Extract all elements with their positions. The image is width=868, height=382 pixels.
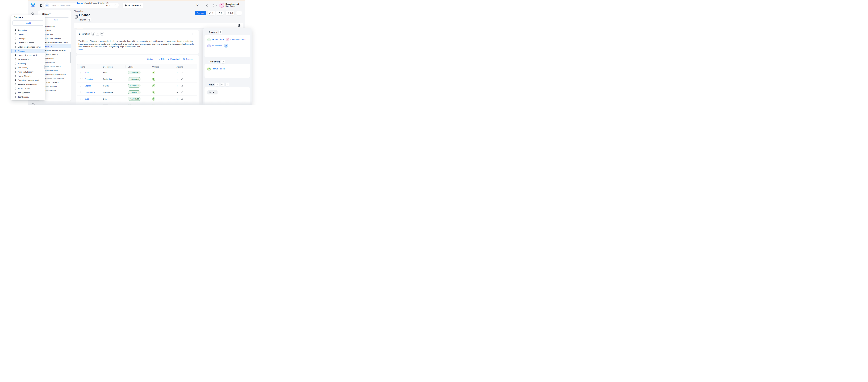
expand-row-icon[interactable] (82, 72, 84, 73)
glossary-list-item[interactable]: Marketing (11, 61, 45, 66)
glossary-list-item[interactable]: Accounting (11, 28, 45, 32)
glossary-list-item[interactable]: Customer Success (11, 41, 45, 45)
copy-icon[interactable] (88, 18, 91, 22)
ai-sparkle-icon[interactable] (45, 3, 49, 7)
tab-terms[interactable]: Terms (77, 0, 83, 6)
tag-comments-icon[interactable] (225, 83, 229, 86)
term-link[interactable]: Audit (85, 71, 89, 74)
version-button[interactable]: 0.6 (226, 10, 235, 15)
downvote-button[interactable]: 0 (216, 10, 224, 15)
add-child-term-icon[interactable]: + (177, 78, 178, 81)
expand-row-icon[interactable] (82, 85, 84, 86)
columns-button[interactable]: Columns (183, 58, 193, 60)
add-child-term-icon[interactable]: + (177, 91, 178, 94)
glossary-list-item[interactable]: TestGlossary (11, 95, 45, 99)
person-name-link[interactable]: Ahmed Mohamed (230, 38, 246, 41)
app-logo[interactable] (31, 2, 35, 8)
expand-all-button[interactable]: Expand All (168, 58, 180, 60)
add-term-button[interactable]: Add term (195, 10, 206, 15)
person-name-link[interactable]: 13005639003 (212, 38, 224, 41)
tag-chip[interactable]: URL (207, 90, 218, 94)
glossary-list-item[interactable]: JetStat Metrics (11, 57, 45, 61)
rail-bottom-icon[interactable] (32, 103, 35, 105)
edit-term-icon[interactable] (181, 85, 183, 87)
person-entry[interactable]: 1 13005639003 (207, 38, 224, 41)
add-child-term-icon[interactable]: + (177, 71, 178, 74)
all-domains-button[interactable]: All Domains (123, 3, 143, 8)
table-column-header[interactable]: Description (101, 64, 125, 69)
status-filter[interactable]: Status (147, 58, 155, 60)
tab-activity-feeds[interactable]: Activity Feeds & Tasks 15 (85, 0, 109, 6)
person-entry[interactable]: P Prajwal Pandit (207, 67, 225, 70)
notifications-bell-icon[interactable] (206, 4, 209, 7)
edit-term-icon[interactable] (181, 98, 183, 100)
edit-table-button[interactable]: Edit (158, 58, 164, 60)
glossary-list-item[interactable]: New_testGlossary (11, 70, 45, 74)
sidebar-toggle-icon[interactable] (39, 4, 42, 7)
edit-reviewers-icon[interactable] (221, 60, 225, 63)
owner-avatar[interactable]: P (152, 91, 155, 94)
edit-owners-icon[interactable] (218, 30, 222, 34)
breadcrumb[interactable]: Glossaries (74, 10, 83, 12)
drag-handle-icon[interactable] (80, 78, 81, 80)
table-column-header[interactable]: Actions (174, 64, 197, 69)
term-link[interactable]: Budgeting (85, 78, 93, 80)
request-description-icon[interactable] (96, 32, 99, 36)
owner-avatar[interactable]: P (152, 84, 155, 87)
drag-handle-icon[interactable] (80, 91, 81, 93)
drag-handle-icon[interactable] (80, 85, 81, 87)
glossary-list-item[interactable]: Operations Management (11, 78, 45, 82)
description-more-link[interactable]: more (79, 49, 83, 51)
user-menu[interactable]: R Rounakpreet.d Data Steward (219, 3, 250, 8)
drag-handle-icon[interactable] (80, 71, 81, 74)
owner-avatar[interactable]: P (152, 78, 155, 81)
more-owners-chip[interactable]: +8 (224, 44, 228, 48)
glossary-list-item[interactable]: Finance (11, 49, 45, 53)
glossary-list-item[interactable]: MyGlossary (11, 66, 45, 70)
edit-term-icon[interactable] (181, 91, 183, 93)
person-name-link[interactable]: acvanlinden (212, 45, 222, 47)
glossary-list-item[interactable]: Test_glossary (11, 91, 45, 95)
table-column-header[interactable]: Terms (77, 64, 101, 69)
edit-tags-icon[interactable] (215, 83, 219, 86)
person-name-link[interactable]: Prajwal Pandit (212, 68, 225, 70)
edit-term-icon[interactable] (181, 71, 183, 74)
add-child-term-icon[interactable]: + (177, 84, 178, 87)
glossary-list-item[interactable]: Enterprise Business Terms (11, 45, 45, 49)
request-tags-icon[interactable] (220, 83, 224, 86)
term-link[interactable]: Debt (85, 98, 89, 100)
person-entry[interactable]: A Ahmed Mohamed (226, 38, 246, 41)
sidebar-add-glossary-button[interactable]: + Add (41, 18, 69, 22)
language-select[interactable]: EN (196, 4, 201, 6)
edit-description-icon[interactable] (91, 32, 95, 36)
edit-term-icon[interactable] (181, 78, 183, 80)
upvote-button[interactable]: 1 (208, 10, 215, 15)
popup-scrollbar[interactable] (44, 65, 44, 69)
expand-row-icon[interactable] (82, 78, 84, 80)
popup-add-glossary-button[interactable]: + Add (12, 21, 44, 26)
comments-icon[interactable] (100, 32, 104, 36)
owner-avatar[interactable]: P (152, 71, 155, 74)
person-entry[interactable]: A acvanlinden (207, 44, 222, 48)
glossary-list-item[interactable]: Concepts (11, 36, 45, 41)
drag-handle-icon[interactable] (80, 98, 81, 100)
glossary-list-item[interactable]: SC-GLOSSARY (11, 86, 45, 91)
expand-row-icon[interactable] (82, 98, 84, 100)
home-icon[interactable] (31, 12, 34, 16)
table-column-header[interactable]: Status (125, 64, 150, 69)
sidebar-scrollbar[interactable] (70, 52, 71, 63)
glossary-list-item[interactable]: Human Resources (HR) (11, 53, 45, 57)
term-link[interactable]: Compliance (85, 91, 95, 93)
help-icon[interactable]: ? (213, 4, 216, 7)
collapse-description-button[interactable] (192, 32, 196, 36)
add-child-term-icon[interactable]: + (177, 97, 178, 100)
glossary-list-item[interactable]: Release Test Glossary (11, 82, 45, 86)
search-icon[interactable] (115, 4, 117, 7)
more-options-button[interactable] (237, 10, 242, 15)
term-link[interactable]: Capital (85, 85, 91, 87)
owner-avatar[interactable]: P (152, 97, 155, 100)
table-column-header[interactable]: Owners (150, 64, 174, 69)
expand-row-icon[interactable] (82, 91, 84, 93)
right-panel-toggle-icon[interactable] (238, 24, 241, 27)
glossary-list-item[interactable]: Clients (11, 32, 45, 36)
